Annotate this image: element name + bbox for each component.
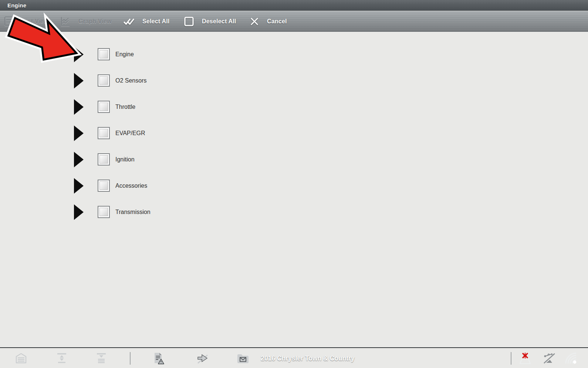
list-view-label: List View: [22, 18, 48, 25]
content-area: Engine O2 Sensors Throttle EVAP/EGR Igni…: [0, 32, 588, 347]
expand-arrow-icon[interactable]: [74, 126, 84, 141]
select-all-label: Select All: [142, 18, 169, 25]
cancel-button[interactable]: Cancel: [249, 11, 287, 32]
scanner-screen: Engine List View Graph View Select All: [0, 0, 588, 368]
checkbox-face: [99, 181, 108, 190]
group-checkbox[interactable]: [98, 180, 110, 192]
expand-view-button[interactable]: [54, 348, 70, 368]
scan-module-status: [517, 348, 533, 368]
expand-view-icon: [55, 352, 68, 365]
select-all-icon: [122, 16, 135, 27]
checkbox-face: [99, 103, 108, 111]
graph-view-icon: [59, 16, 71, 27]
expand-arrow-icon[interactable]: [74, 47, 84, 62]
group-checkbox[interactable]: [98, 127, 110, 139]
bottom-toolbar: 2016 Chrysler Town & Country: [0, 347, 588, 368]
expand-arrow-icon[interactable]: [74, 73, 84, 88]
group-checkbox[interactable]: [98, 48, 110, 60]
group-checkbox[interactable]: [98, 101, 110, 113]
expand-arrow-icon[interactable]: [74, 178, 84, 194]
title-bar: Engine: [0, 0, 588, 11]
group-label: Transmission: [115, 209, 151, 215]
group-checkbox[interactable]: [98, 153, 110, 165]
expand-arrow-icon[interactable]: [74, 152, 84, 167]
codes-menu-button[interactable]: [150, 348, 166, 368]
expand-arrow-icon[interactable]: [74, 204, 84, 220]
checkbox-face: [99, 208, 108, 216]
list-view-icon: [4, 16, 15, 27]
home-icon: [14, 352, 28, 365]
deselect-all-icon: [183, 16, 195, 27]
parameter-group-row[interactable]: Accessories: [0, 173, 588, 199]
expand-arrow-icon[interactable]: [74, 99, 84, 115]
wifi-signal-icon: [564, 351, 579, 365]
saved-data-folder-icon: [236, 352, 250, 365]
group-label: O2 Sensors: [115, 77, 146, 84]
parameter-group-row[interactable]: Engine: [0, 41, 588, 67]
checkbox-face: [99, 76, 108, 85]
cancel-label: Cancel: [267, 18, 287, 25]
checkbox-face: [99, 155, 108, 164]
codes-document-icon: [152, 352, 165, 365]
group-checkbox[interactable]: [98, 74, 110, 87]
exit-arrow-icon: [196, 352, 209, 365]
group-label: Engine: [115, 51, 134, 58]
parameter-group-row[interactable]: Ignition: [0, 146, 588, 173]
group-checkbox[interactable]: [98, 206, 110, 218]
wifi-status: [563, 348, 579, 368]
deselect-all-button[interactable]: Deselect All: [183, 11, 236, 32]
group-label: Accessories: [115, 183, 147, 189]
vehicle-label: 2016 Chrysler Town & Country: [261, 348, 355, 368]
deselect-all-label: Deselect All: [202, 18, 236, 25]
collapse-view-button[interactable]: [93, 348, 109, 368]
parameter-group-row[interactable]: O2 Sensors: [0, 67, 588, 94]
top-toolbar: List View Graph View Select All Deselect…: [0, 11, 588, 32]
group-label: Throttle: [115, 104, 135, 110]
parameter-group-row[interactable]: Transmission: [0, 199, 588, 225]
group-label: EVAP/EGR: [115, 130, 145, 137]
select-all-button[interactable]: Select All: [122, 11, 169, 32]
exit-button[interactable]: [195, 348, 211, 368]
statusbar-divider: [511, 352, 511, 365]
parameter-group-row[interactable]: Throttle: [0, 94, 588, 120]
checkbox-face: [99, 129, 108, 137]
usb-disconnected-icon: [543, 352, 557, 365]
graph-view-button[interactable]: Graph View: [59, 11, 112, 32]
list-view-button[interactable]: List View: [4, 11, 48, 32]
collapse-view-icon: [95, 352, 108, 365]
statusbar-divider: [130, 352, 131, 365]
group-label: Ignition: [115, 156, 135, 163]
scan-module-disconnected-icon: [518, 351, 533, 365]
usb-status: [541, 348, 558, 368]
home-button[interactable]: [13, 348, 29, 368]
page-title: Engine: [7, 2, 26, 9]
graph-view-label: Graph View: [78, 18, 112, 25]
checkbox-face: [99, 50, 108, 58]
parameter-group-row[interactable]: EVAP/EGR: [0, 120, 588, 146]
cancel-icon: [249, 16, 260, 27]
saved-data-button[interactable]: [235, 348, 251, 368]
